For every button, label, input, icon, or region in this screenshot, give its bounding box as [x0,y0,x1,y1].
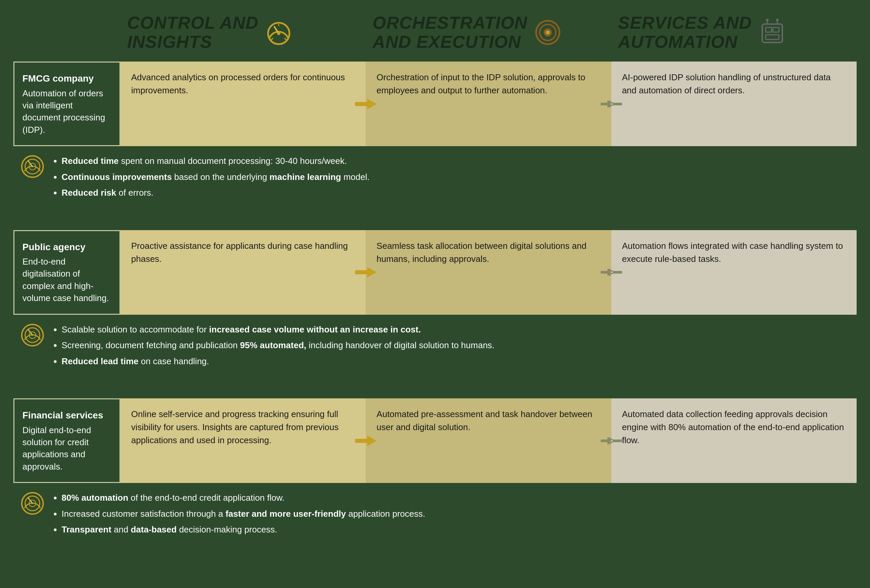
results-row-financial: 80% automation of the end-to-end credit … [13,483,857,547]
arrow-to-orchestration-public [355,266,377,279]
results-row-public: Scalable solution to accommodate for inc… [13,315,857,379]
svg-line-5 [285,38,286,40]
project-cell-public: Public agency End-to-end digitalisation … [13,230,121,315]
project-row-financial: Financial services Digital end-to-end so… [13,398,857,483]
gear-robot-icon [757,17,787,48]
plug-to-services-public [600,266,622,279]
section-spacer [13,220,857,230]
results-list-item: Reduced risk of errors. [61,186,850,200]
plug-to-services-financial [600,434,622,448]
results-text-financial: 80% automation of the end-to-end credit … [52,491,850,539]
svg-point-2 [277,32,280,35]
svg-rect-31 [600,271,607,274]
svg-rect-20 [600,103,607,105]
svg-rect-40 [355,439,368,443]
orchestration-cell-financial: Automated pre-assessment and task handov… [366,398,611,483]
svg-point-17 [776,19,779,21]
svg-marker-19 [367,99,377,109]
svg-rect-24 [613,103,622,105]
project-desc-fmcg: Automation of orders via intelligent doc… [22,87,112,136]
header-services: SERVICES ANDAUTOMATION [611,10,857,55]
results-icon-fmcg [20,154,47,181]
results-list-item: Screening, document fetching and publica… [61,338,850,353]
svg-rect-32 [607,269,611,275]
svg-rect-21 [607,101,611,107]
control-cell-fmcg: Advanced analytics on processed orders f… [121,61,366,146]
arrow-to-orchestration-fmcg [355,97,377,111]
project-title-fmcg: FMCG company [22,72,112,85]
header-control: CONTROL ANDINSIGHTS [121,10,366,55]
control-cell-public: Proactive assistance for applicants duri… [121,230,366,315]
results-list-item: Scalable solution to accommodate for inc… [61,323,850,337]
svg-rect-46 [613,439,622,442]
project-title-public: Public agency [22,241,112,253]
orchestration-cell-public: Seamless task allocation between digital… [366,230,611,315]
svg-point-16 [766,19,769,21]
svg-marker-41 [367,436,377,446]
svg-rect-18 [355,102,368,106]
results-list-item: 80% automation of the end-to-end credit … [61,491,850,505]
results-row-fmcg: Reduced time spent on manual document pr… [13,146,857,210]
svg-point-9 [546,30,550,34]
header-row: CONTROL ANDINSIGHTS ORCHESTRATIONAND EXE… [13,10,857,55]
target-icon [533,17,563,48]
plug-to-services-fmcg [600,97,622,111]
results-icon-public [20,323,47,349]
project-title-financial: Financial services [22,409,112,422]
project-cell-fmcg: FMCG company Automation of orders via in… [13,61,121,146]
svg-rect-22 [611,102,613,103]
header-orchestration-title: ORCHESTRATIONAND EXECUTION [372,13,527,52]
orchestration-cell-fmcg: Orchestration of input to the IDP soluti… [366,61,611,146]
results-icon-financial [20,491,47,517]
results-list-item: Transparent and data-based decision-maki… [61,523,850,537]
project-cell-financial: Financial services Digital end-to-end so… [13,398,121,483]
services-cell-fmcg: AI-powered IDP solution handling of unst… [611,61,857,146]
svg-rect-42 [600,439,607,442]
svg-rect-11 [766,27,772,32]
control-cell-financial: Online self-service and progress trackin… [121,398,366,483]
services-cell-financial: Automated data collection feeding approv… [611,398,857,483]
project-desc-public: End-to-end digitalisation of complex and… [22,256,112,304]
speedometer-icon [264,17,294,48]
svg-rect-12 [773,27,779,32]
results-text-public: Scalable solution to accommodate for inc… [52,323,850,371]
header-orchestration: ORCHESTRATIONAND EXECUTION [366,10,611,55]
svg-rect-34 [611,273,613,274]
results-list-item: Reduced time spent on manual document pr… [61,154,850,168]
header-services-title: SERVICES ANDAUTOMATION [618,13,752,52]
svg-rect-13 [766,35,779,39]
svg-marker-30 [367,267,377,278]
results-list-item: Increased customer satisfaction through … [61,507,850,521]
svg-rect-43 [607,438,611,444]
results-list-item: Reduced lead time on case handling. [61,354,850,369]
svg-rect-44 [611,439,613,440]
project-row-public: Public agency End-to-end digitalisation … [13,230,857,315]
svg-rect-45 [611,442,613,443]
arrow-to-orchestration-financial [355,434,377,448]
svg-rect-23 [611,105,613,106]
project-row-fmcg: FMCG company Automation of orders via in… [13,61,857,146]
header-control-title: CONTROL ANDINSIGHTS [127,13,258,52]
projects-container: FMCG company Automation of orders via in… [13,61,857,547]
svg-rect-35 [613,271,622,274]
results-list-item: Continuous improvements based on the und… [61,170,850,184]
section-spacer [13,389,857,398]
svg-rect-33 [611,270,613,272]
project-desc-financial: Digital end-to-end solution for credit a… [22,424,112,473]
results-text-fmcg: Reduced time spent on manual document pr… [52,154,850,202]
svg-line-3 [271,38,273,40]
services-cell-public: Automation flows integrated with case ha… [611,230,857,315]
header-projects [13,29,121,36]
svg-rect-29 [355,270,368,274]
